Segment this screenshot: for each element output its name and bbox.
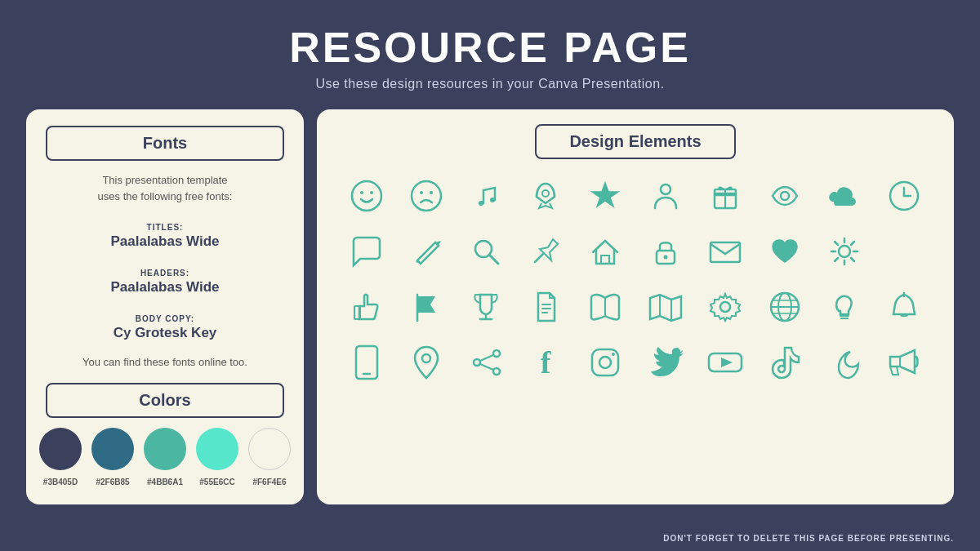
svg-line-59 bbox=[480, 355, 493, 361]
chat-icon bbox=[343, 228, 390, 275]
design-elements-header: Design Elements bbox=[336, 124, 934, 159]
swatch-2: #2F6B85 bbox=[91, 428, 134, 488]
svg-point-44 bbox=[720, 302, 730, 312]
color-swatch-5 bbox=[248, 428, 291, 470]
person-icon bbox=[642, 172, 689, 220]
svg-point-0 bbox=[352, 181, 381, 211]
left-panel: Fonts This presentation template uses th… bbox=[26, 109, 304, 504]
placeholder-icon bbox=[880, 228, 928, 275]
search-icon bbox=[462, 228, 510, 275]
svg-rect-21 bbox=[601, 256, 609, 264]
colors-section: Colors #3B405D #2F6B85 #4BB6A1 #55E6CC bbox=[46, 383, 284, 488]
sad-icon bbox=[403, 172, 450, 220]
font-entry-body: BODY COPY: Cy Grotesk Key bbox=[46, 310, 284, 341]
icons-row-1 bbox=[336, 172, 934, 220]
swatch-3: #4BB6A1 bbox=[144, 428, 186, 488]
clock-icon bbox=[880, 172, 928, 220]
svg-point-3 bbox=[412, 181, 441, 211]
color-swatch-1 bbox=[39, 428, 82, 470]
twitter-icon bbox=[642, 339, 689, 386]
pencil-icon bbox=[403, 228, 450, 275]
svg-point-2 bbox=[370, 191, 373, 194]
cloud-icon bbox=[821, 172, 868, 220]
smiley-icon bbox=[343, 172, 390, 220]
fonts-header: Fonts bbox=[46, 126, 284, 161]
svg-line-19 bbox=[489, 255, 498, 264]
icons-row-2 bbox=[336, 228, 934, 275]
colors-header: Colors bbox=[46, 383, 284, 418]
svg-marker-9 bbox=[592, 183, 618, 207]
mobile-icon bbox=[343, 339, 390, 386]
heart-icon bbox=[761, 228, 808, 275]
colors-swatches: #3B405D #2F6B85 #4BB6A1 #55E6CC #F6F4E6 bbox=[46, 428, 284, 488]
book-icon bbox=[581, 283, 629, 331]
font-entry-titles: TITLES: Paalalabas Wide bbox=[46, 219, 284, 250]
icons-row-4: f bbox=[336, 339, 934, 386]
swatch-4: #55E6CC bbox=[196, 428, 238, 488]
svg-point-57 bbox=[493, 368, 500, 375]
house-icon bbox=[581, 228, 629, 275]
megaphone-icon bbox=[880, 339, 928, 386]
svg-line-20 bbox=[535, 254, 543, 262]
color-swatch-3 bbox=[144, 428, 186, 470]
design-elements-label: Design Elements bbox=[535, 124, 735, 159]
document-icon bbox=[522, 283, 569, 331]
flag-icon bbox=[403, 283, 450, 331]
map-icon bbox=[642, 283, 689, 331]
thumbsup-icon bbox=[343, 283, 390, 331]
gift-icon bbox=[702, 172, 749, 220]
icons-grid: f bbox=[336, 172, 934, 386]
moon-icon bbox=[821, 339, 868, 386]
envelope-icon bbox=[702, 228, 749, 275]
fonts-description: This presentation template uses the foll… bbox=[46, 172, 284, 204]
facebook-icon: f bbox=[522, 339, 569, 386]
page-subtitle: Use these design resources in your Canva… bbox=[0, 77, 980, 91]
svg-point-14 bbox=[781, 192, 789, 200]
svg-point-8 bbox=[542, 190, 549, 197]
eye-icon bbox=[761, 172, 808, 220]
instagram-icon bbox=[581, 339, 629, 386]
svg-line-31 bbox=[851, 258, 854, 261]
svg-point-62 bbox=[599, 357, 611, 368]
find-fonts-text: You can find these fonts online too. bbox=[46, 356, 284, 368]
rocket-icon bbox=[522, 172, 569, 220]
svg-rect-24 bbox=[710, 242, 740, 262]
svg-marker-65 bbox=[721, 358, 733, 367]
color-swatch-4 bbox=[196, 428, 238, 470]
svg-line-60 bbox=[480, 364, 493, 370]
svg-point-1 bbox=[360, 191, 363, 194]
main-content: Fonts This presentation template uses th… bbox=[0, 109, 980, 504]
svg-line-32 bbox=[851, 242, 854, 245]
globe-icon bbox=[761, 283, 808, 331]
trophy-icon bbox=[462, 283, 510, 331]
page-title: RESOURCE PAGE bbox=[0, 23, 980, 72]
youtube-icon bbox=[702, 339, 749, 386]
svg-point-23 bbox=[663, 256, 667, 260]
svg-line-33 bbox=[835, 258, 838, 261]
tiktok-icon bbox=[761, 339, 808, 386]
svg-point-63 bbox=[612, 353, 615, 356]
location-icon bbox=[403, 339, 450, 386]
svg-point-25 bbox=[839, 246, 850, 257]
music-icon bbox=[462, 172, 510, 220]
right-panel: Design Elements bbox=[317, 109, 954, 504]
lightbulb-icon bbox=[821, 283, 868, 331]
star-icon bbox=[581, 172, 629, 220]
lock-icon bbox=[642, 228, 689, 275]
share-icon bbox=[462, 339, 510, 386]
svg-point-4 bbox=[420, 191, 423, 194]
font-entry-headers: HEADERS: Paalalabas Wide bbox=[46, 264, 284, 295]
svg-point-58 bbox=[474, 359, 480, 366]
pin-icon bbox=[522, 228, 569, 275]
svg-point-6 bbox=[479, 201, 483, 206]
svg-point-55 bbox=[422, 354, 430, 362]
svg-point-5 bbox=[430, 191, 433, 194]
svg-point-7 bbox=[490, 198, 495, 202]
gear-icon bbox=[702, 283, 749, 331]
color-swatch-2 bbox=[91, 428, 134, 470]
icons-row-3 bbox=[336, 283, 934, 331]
swatch-1: #3B405D bbox=[39, 428, 82, 488]
bell-icon bbox=[880, 283, 928, 331]
sun-icon bbox=[821, 228, 868, 275]
svg-line-30 bbox=[835, 242, 838, 245]
